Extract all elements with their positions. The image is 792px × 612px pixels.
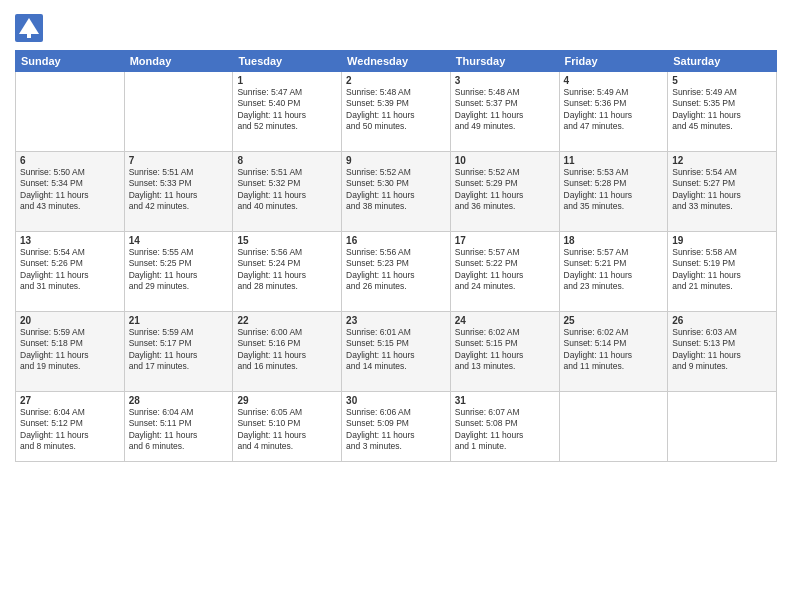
calendar-cell: 18Sunrise: 5:57 AM Sunset: 5:21 PM Dayli… — [559, 232, 668, 312]
cell-content: Sunrise: 5:48 AM Sunset: 5:39 PM Dayligh… — [346, 87, 446, 133]
cell-content: Sunrise: 6:07 AM Sunset: 5:08 PM Dayligh… — [455, 407, 555, 453]
calendar-cell: 13Sunrise: 5:54 AM Sunset: 5:26 PM Dayli… — [16, 232, 125, 312]
calendar-cell: 31Sunrise: 6:07 AM Sunset: 5:08 PM Dayli… — [450, 392, 559, 462]
calendar-cell: 2Sunrise: 5:48 AM Sunset: 5:39 PM Daylig… — [342, 72, 451, 152]
calendar-cell: 7Sunrise: 5:51 AM Sunset: 5:33 PM Daylig… — [124, 152, 233, 232]
cell-content: Sunrise: 5:51 AM Sunset: 5:33 PM Dayligh… — [129, 167, 229, 213]
calendar-cell: 30Sunrise: 6:06 AM Sunset: 5:09 PM Dayli… — [342, 392, 451, 462]
calendar-cell: 26Sunrise: 6:03 AM Sunset: 5:13 PM Dayli… — [668, 312, 777, 392]
cell-content: Sunrise: 5:52 AM Sunset: 5:30 PM Dayligh… — [346, 167, 446, 213]
cell-content: Sunrise: 5:48 AM Sunset: 5:37 PM Dayligh… — [455, 87, 555, 133]
cell-content: Sunrise: 5:59 AM Sunset: 5:18 PM Dayligh… — [20, 327, 120, 373]
day-number: 15 — [237, 235, 337, 246]
calendar-cell: 8Sunrise: 5:51 AM Sunset: 5:32 PM Daylig… — [233, 152, 342, 232]
day-number: 30 — [346, 395, 446, 406]
cell-content: Sunrise: 5:56 AM Sunset: 5:23 PM Dayligh… — [346, 247, 446, 293]
calendar-cell: 23Sunrise: 6:01 AM Sunset: 5:15 PM Dayli… — [342, 312, 451, 392]
day-number: 10 — [455, 155, 555, 166]
cell-content: Sunrise: 5:53 AM Sunset: 5:28 PM Dayligh… — [564, 167, 664, 213]
calendar-cell: 12Sunrise: 5:54 AM Sunset: 5:27 PM Dayli… — [668, 152, 777, 232]
cell-content: Sunrise: 5:58 AM Sunset: 5:19 PM Dayligh… — [672, 247, 772, 293]
weekday-header-tuesday: Tuesday — [233, 51, 342, 72]
calendar-cell: 27Sunrise: 6:04 AM Sunset: 5:12 PM Dayli… — [16, 392, 125, 462]
cell-content: Sunrise: 6:05 AM Sunset: 5:10 PM Dayligh… — [237, 407, 337, 453]
calendar-cell: 16Sunrise: 5:56 AM Sunset: 5:23 PM Dayli… — [342, 232, 451, 312]
day-number: 23 — [346, 315, 446, 326]
weekday-header-wednesday: Wednesday — [342, 51, 451, 72]
day-number: 1 — [237, 75, 337, 86]
calendar-cell: 21Sunrise: 5:59 AM Sunset: 5:17 PM Dayli… — [124, 312, 233, 392]
day-number: 16 — [346, 235, 446, 246]
calendar-cell: 17Sunrise: 5:57 AM Sunset: 5:22 PM Dayli… — [450, 232, 559, 312]
cell-content: Sunrise: 6:06 AM Sunset: 5:09 PM Dayligh… — [346, 407, 446, 453]
day-number: 21 — [129, 315, 229, 326]
day-number: 18 — [564, 235, 664, 246]
cell-content: Sunrise: 6:04 AM Sunset: 5:12 PM Dayligh… — [20, 407, 120, 453]
calendar-cell — [559, 392, 668, 462]
day-number: 8 — [237, 155, 337, 166]
calendar-cell: 22Sunrise: 6:00 AM Sunset: 5:16 PM Dayli… — [233, 312, 342, 392]
calendar-cell: 1Sunrise: 5:47 AM Sunset: 5:40 PM Daylig… — [233, 72, 342, 152]
day-number: 27 — [20, 395, 120, 406]
calendar-table: SundayMondayTuesdayWednesdayThursdayFrid… — [15, 50, 777, 462]
day-number: 24 — [455, 315, 555, 326]
calendar-cell: 15Sunrise: 5:56 AM Sunset: 5:24 PM Dayli… — [233, 232, 342, 312]
cell-content: Sunrise: 5:49 AM Sunset: 5:36 PM Dayligh… — [564, 87, 664, 133]
cell-content: Sunrise: 5:47 AM Sunset: 5:40 PM Dayligh… — [237, 87, 337, 133]
calendar-cell: 29Sunrise: 6:05 AM Sunset: 5:10 PM Dayli… — [233, 392, 342, 462]
header — [15, 10, 777, 42]
cell-content: Sunrise: 5:55 AM Sunset: 5:25 PM Dayligh… — [129, 247, 229, 293]
day-number: 19 — [672, 235, 772, 246]
calendar-cell: 10Sunrise: 5:52 AM Sunset: 5:29 PM Dayli… — [450, 152, 559, 232]
calendar-cell: 6Sunrise: 5:50 AM Sunset: 5:34 PM Daylig… — [16, 152, 125, 232]
cell-content: Sunrise: 5:50 AM Sunset: 5:34 PM Dayligh… — [20, 167, 120, 213]
page-container: SundayMondayTuesdayWednesdayThursdayFrid… — [0, 0, 792, 612]
cell-content: Sunrise: 5:54 AM Sunset: 5:26 PM Dayligh… — [20, 247, 120, 293]
calendar-cell: 4Sunrise: 5:49 AM Sunset: 5:36 PM Daylig… — [559, 72, 668, 152]
day-number: 26 — [672, 315, 772, 326]
cell-content: Sunrise: 5:57 AM Sunset: 5:21 PM Dayligh… — [564, 247, 664, 293]
day-number: 17 — [455, 235, 555, 246]
cell-content: Sunrise: 5:51 AM Sunset: 5:32 PM Dayligh… — [237, 167, 337, 213]
calendar-cell — [668, 392, 777, 462]
day-number: 5 — [672, 75, 772, 86]
cell-content: Sunrise: 5:56 AM Sunset: 5:24 PM Dayligh… — [237, 247, 337, 293]
weekday-header-sunday: Sunday — [16, 51, 125, 72]
cell-content: Sunrise: 5:49 AM Sunset: 5:35 PM Dayligh… — [672, 87, 772, 133]
weekday-header-row: SundayMondayTuesdayWednesdayThursdayFrid… — [16, 51, 777, 72]
cell-content: Sunrise: 6:04 AM Sunset: 5:11 PM Dayligh… — [129, 407, 229, 453]
calendar-cell: 24Sunrise: 6:02 AM Sunset: 5:15 PM Dayli… — [450, 312, 559, 392]
cell-content: Sunrise: 5:59 AM Sunset: 5:17 PM Dayligh… — [129, 327, 229, 373]
calendar-cell: 20Sunrise: 5:59 AM Sunset: 5:18 PM Dayli… — [16, 312, 125, 392]
day-number: 4 — [564, 75, 664, 86]
day-number: 11 — [564, 155, 664, 166]
cell-content: Sunrise: 5:52 AM Sunset: 5:29 PM Dayligh… — [455, 167, 555, 213]
day-number: 12 — [672, 155, 772, 166]
day-number: 31 — [455, 395, 555, 406]
calendar-cell: 14Sunrise: 5:55 AM Sunset: 5:25 PM Dayli… — [124, 232, 233, 312]
day-number: 29 — [237, 395, 337, 406]
calendar-cell: 3Sunrise: 5:48 AM Sunset: 5:37 PM Daylig… — [450, 72, 559, 152]
calendar-cell — [124, 72, 233, 152]
weekday-header-friday: Friday — [559, 51, 668, 72]
weekday-header-monday: Monday — [124, 51, 233, 72]
day-number: 3 — [455, 75, 555, 86]
calendar-cell — [16, 72, 125, 152]
day-number: 9 — [346, 155, 446, 166]
day-number: 20 — [20, 315, 120, 326]
calendar-cell: 28Sunrise: 6:04 AM Sunset: 5:11 PM Dayli… — [124, 392, 233, 462]
day-number: 6 — [20, 155, 120, 166]
calendar-cell: 11Sunrise: 5:53 AM Sunset: 5:28 PM Dayli… — [559, 152, 668, 232]
day-number: 14 — [129, 235, 229, 246]
cell-content: Sunrise: 5:54 AM Sunset: 5:27 PM Dayligh… — [672, 167, 772, 213]
cell-content: Sunrise: 6:01 AM Sunset: 5:15 PM Dayligh… — [346, 327, 446, 373]
day-number: 2 — [346, 75, 446, 86]
weekday-header-thursday: Thursday — [450, 51, 559, 72]
cell-content: Sunrise: 5:57 AM Sunset: 5:22 PM Dayligh… — [455, 247, 555, 293]
cell-content: Sunrise: 6:02 AM Sunset: 5:14 PM Dayligh… — [564, 327, 664, 373]
logo — [15, 14, 47, 42]
day-number: 22 — [237, 315, 337, 326]
calendar-cell: 9Sunrise: 5:52 AM Sunset: 5:30 PM Daylig… — [342, 152, 451, 232]
svg-rect-2 — [27, 32, 31, 38]
weekday-header-saturday: Saturday — [668, 51, 777, 72]
